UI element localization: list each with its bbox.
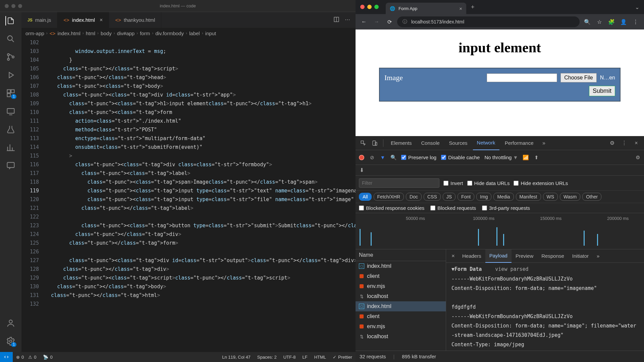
filter-input[interactable] [359,178,439,188]
type-pill-all[interactable]: All [359,193,372,201]
type-pill-wasm[interactable]: Wasm [560,193,580,201]
type-pill-doc[interactable]: Doc [406,193,422,201]
explorer-icon[interactable] [5,16,15,25]
request-row[interactable]: env.mjs [356,321,446,331]
tab-initiator[interactable]: Initiator [568,249,593,263]
tab-response[interactable]: Response [537,249,568,263]
bookmark-icon[interactable]: ☆ [594,17,604,27]
chevron-down-icon[interactable]: ⌄ [635,4,639,10]
reload-button[interactable]: ⟳ [384,17,394,27]
source-control-icon[interactable] [6,52,15,62]
invert-checkbox[interactable]: Invert [443,180,463,186]
settings-icon[interactable]: 1 [6,337,15,346]
type-pill-fetch/xhr[interactable]: Fetch/XHR [374,193,404,201]
export-icon[interactable]: ⬇ [360,167,364,173]
devtools-settings-icon[interactable]: ⚙ [607,138,617,148]
back-button[interactable]: ← [359,17,369,27]
tab-payload[interactable]: Payload [485,249,512,263]
more-tabs-icon[interactable]: » [539,138,549,148]
extensions-icon[interactable]: 1 [6,88,15,98]
forward-button[interactable]: → [372,17,382,27]
record-button[interactable] [359,155,364,160]
split-editor-icon[interactable] [333,16,339,24]
tab-preview[interactable]: Preview [512,249,537,263]
network-timeline[interactable]: 50000 ms 100000 ms 150000 ms 200000 ms [356,213,644,249]
tab-main-js[interactable]: JSmain.js [21,12,57,28]
eol-status[interactable]: LF [299,355,311,360]
tab-thankyou-html[interactable]: <>thankyou.html [109,12,161,28]
tab-sources[interactable]: Sources [445,136,472,150]
type-pill-manifest[interactable]: Manifest [516,193,541,201]
type-pill-js[interactable]: JS [443,193,455,201]
clear-icon[interactable]: ⊘ [369,155,375,161]
browser-tab[interactable]: 🌐 Form App × [386,3,466,14]
blocked-cookies-checkbox[interactable]: Blocked response cookies [359,205,424,211]
hide-extension-urls-checkbox[interactable]: Hide extension URLs [514,180,568,186]
search-icon[interactable]: 🔍 [390,155,396,161]
info-icon[interactable]: ⓘ [402,19,408,25]
profile-icon[interactable]: 👤 [619,17,629,27]
language-status[interactable]: HTML [311,355,329,360]
inspect-icon[interactable] [358,138,368,148]
new-tab-icon[interactable]: + [471,4,475,11]
preserve-log-checkbox[interactable]: Preserve log [401,155,436,160]
port-status[interactable]: 📡0 [40,355,56,360]
request-row[interactable]: ⇅localhost [356,291,446,301]
device-icon[interactable] [370,138,380,148]
name-column-header[interactable]: Name [356,249,446,261]
more-icon[interactable]: ⋯ [345,16,350,24]
remote-status-icon[interactable] [0,352,13,362]
close-tab-icon[interactable]: × [459,6,462,11]
comments-icon[interactable] [6,161,15,170]
filter-toggle-icon[interactable]: ▼ [380,155,386,160]
tab-headers[interactable]: Headers [458,249,485,263]
hide-data-urls-checkbox[interactable]: Hide data URLs [467,180,510,186]
imagename-input[interactable] [487,73,557,82]
disable-cache-checkbox[interactable]: Disable cache [441,155,480,160]
request-row[interactable]: ▢index.html [356,261,446,271]
throttling-select[interactable]: No throttling ▼ [484,155,518,160]
devtools-menu-icon[interactable]: ⋮ [619,138,629,148]
request-row[interactable]: ⇅localhost [356,331,446,342]
encoding-status[interactable]: UTF-8 [280,355,299,360]
address-bar[interactable]: ⓘ localhost:5173/index.html [397,16,580,27]
window-controls[interactable] [5,4,22,8]
request-row[interactable]: client [356,311,446,321]
remote-icon[interactable] [6,107,15,116]
third-party-checkbox[interactable]: 3rd-party requests [482,205,530,211]
close-icon[interactable]: × [100,17,103,23]
type-pill-img[interactable]: Img [476,193,491,201]
prettier-status[interactable]: ✓ Prettier [329,355,356,360]
tab-elements[interactable]: Elements [387,136,416,150]
debug-icon[interactable] [6,70,15,80]
submit-button[interactable]: Submit [589,86,615,96]
tab-performance[interactable]: Performance [501,136,538,150]
request-row[interactable]: client [356,271,446,281]
cursor-position[interactable]: Ln 119, Col 47 [219,355,254,360]
type-pill-ws[interactable]: WS [543,193,558,201]
type-pill-css[interactable]: CSS [424,193,441,201]
tab-network[interactable]: Network [473,136,499,150]
request-row[interactable]: env.mjs [356,281,446,291]
network-settings-icon[interactable]: ⚙ [635,155,641,161]
type-pill-other[interactable]: Other [582,193,601,201]
view-parsed-link[interactable]: view parsed [495,266,528,272]
testing-icon[interactable] [6,125,15,134]
type-pill-font[interactable]: Font [458,193,474,201]
errors-status[interactable]: ⊗0⚠0 [13,355,40,360]
account-icon[interactable] [6,318,15,328]
code-editor[interactable]: 1021031041051061071081091101111121131141… [21,38,356,352]
tab-console[interactable]: Console [417,136,444,150]
tab-index-html[interactable]: <>index.html× [57,12,109,28]
more-detail-tabs-icon[interactable]: » [593,249,603,263]
browser-window-controls[interactable] [360,5,379,9]
zoom-icon[interactable]: 🔍 [582,17,592,27]
indentation-status[interactable]: Spaces: 2 [254,355,280,360]
close-detail-icon[interactable]: × [448,253,458,259]
network-conditions-icon[interactable]: 📶 [523,155,529,161]
breadcrumb[interactable]: orm-app› <>index.html› html› body› div#a… [21,28,356,38]
chart-icon[interactable] [6,143,15,152]
import-icon[interactable]: ⬆ [533,155,539,161]
menu-icon[interactable]: ⋮ [631,17,641,27]
request-row[interactable]: ▢index.html [356,301,446,311]
